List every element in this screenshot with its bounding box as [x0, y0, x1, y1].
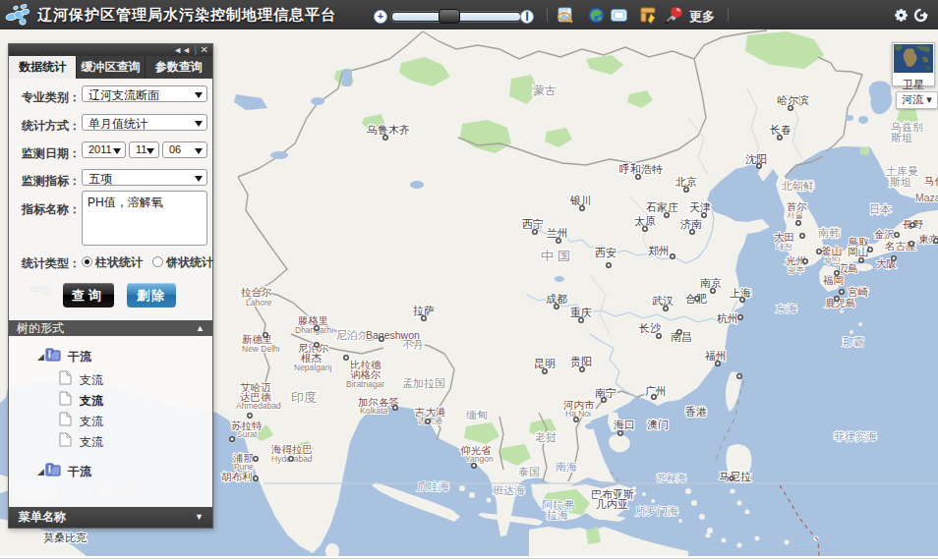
svg-text:南韩: 南韩 — [818, 227, 840, 239]
svg-text:香港: 香港 — [685, 406, 707, 418]
svg-text:长沙: 长沙 — [638, 322, 662, 334]
svg-text:부산: 부산 — [824, 255, 842, 265]
svg-text:광주: 광주 — [788, 265, 804, 275]
svg-text:北京: 北京 — [674, 176, 697, 188]
svg-text:银川: 银川 — [569, 195, 592, 206]
svg-text:Nepalganj: Nepalganj — [294, 363, 331, 372]
svg-text:尼泊尔: 尼泊尔 — [336, 329, 369, 341]
svg-text:杭州: 杭州 — [716, 312, 738, 324]
svg-text:济南: 济南 — [680, 218, 702, 230]
svg-text:太原: 太原 — [634, 215, 656, 227]
svg-text:海口: 海口 — [614, 419, 635, 430]
svg-text:西宁: 西宁 — [522, 218, 544, 230]
svg-text:印度: 印度 — [291, 390, 317, 405]
svg-text:南宁: 南宁 — [595, 387, 616, 399]
svg-text:长春: 长春 — [769, 124, 791, 136]
svg-text:Surat: Surat — [237, 429, 258, 439]
svg-text:福岡: 福岡 — [823, 274, 844, 286]
svg-text:孟加拉国: 孟加拉国 — [402, 377, 445, 389]
svg-text:拉萨: 拉萨 — [413, 305, 435, 316]
svg-text:苏禄海: 苏禄海 — [656, 473, 686, 483]
svg-text:中国: 中国 — [541, 249, 574, 263]
svg-text:胡布利: 胡布利 — [221, 471, 253, 482]
svg-text:那霸: 那霸 — [843, 336, 864, 348]
svg-text:北朝鲜: 北朝鲜 — [781, 180, 814, 192]
svg-text:서울: 서울 — [787, 210, 803, 220]
svg-text:Ha Noi: Ha Noi — [565, 409, 591, 419]
svg-text:几内亚: 几内亚 — [596, 498, 628, 510]
svg-text:Yangon: Yangon — [465, 454, 494, 464]
svg-text:Pune: Pune — [234, 462, 254, 472]
svg-text:澳门: 澳门 — [647, 419, 669, 430]
svg-text:石家庄: 石家庄 — [646, 201, 678, 213]
svg-text:Biratnagar: Biratnagar — [346, 379, 384, 389]
svg-text:郑州: 郑州 — [648, 245, 670, 256]
svg-text:沈阳: 沈阳 — [745, 153, 767, 165]
svg-text:泰国: 泰国 — [518, 466, 540, 477]
svg-text:Kolkata: Kolkata — [360, 406, 388, 416]
svg-text:天津: 天津 — [689, 201, 711, 213]
svg-text:拉海: 拉海 — [547, 509, 568, 521]
svg-text:爪哇海: 爪哇海 — [417, 480, 449, 492]
svg-text:武汉: 武汉 — [652, 295, 674, 307]
svg-text:菲律宾海: 菲律宾海 — [834, 430, 877, 442]
svg-text:金沢: 金沢 — [874, 228, 896, 240]
svg-text:上海: 上海 — [730, 287, 751, 299]
svg-text:东海: 东海 — [776, 303, 797, 314]
svg-text:蒙古: 蒙古 — [533, 84, 557, 97]
svg-text:成都: 成都 — [546, 293, 567, 305]
svg-text:南京: 南京 — [700, 277, 722, 289]
svg-text:福州: 福州 — [705, 350, 727, 362]
svg-text:西安: 西安 — [595, 247, 616, 258]
svg-text:贵阳: 贵阳 — [570, 356, 592, 367]
svg-text:马什: 马什 — [924, 175, 938, 187]
svg-text:日本: 日本 — [869, 203, 891, 215]
svg-text:Ahmedabad: Ahmedabad — [236, 401, 281, 411]
svg-text:南海: 南海 — [556, 461, 577, 473]
svg-text:所罗门海: 所罗门海 — [635, 505, 678, 517]
svg-text:Maza: Maza — [915, 192, 938, 203]
svg-text:乌鲁木齐: 乌鲁木齐 — [366, 124, 410, 136]
svg-text:呼和浩特: 呼和浩特 — [619, 163, 663, 175]
svg-text:斯坦: 斯坦 — [890, 132, 912, 143]
svg-text:马尼拉: 马尼拉 — [719, 471, 751, 482]
svg-text:缅甸: 缅甸 — [466, 409, 488, 420]
svg-text:兰州: 兰州 — [547, 227, 568, 239]
svg-text:斯坦: 斯坦 — [889, 176, 911, 188]
svg-text:대전: 대전 — [776, 242, 792, 252]
svg-text:班达海: 班达海 — [493, 484, 525, 496]
svg-text:広島: 広島 — [838, 262, 858, 274]
svg-text:Bageshwon: Bageshwon — [366, 329, 420, 341]
svg-text:鹿児島: 鹿児島 — [825, 297, 856, 308]
svg-text:老挝: 老挝 — [535, 431, 557, 443]
svg-text:拉合尔: 拉合尔 — [241, 286, 272, 298]
svg-text:昆明: 昆明 — [534, 358, 556, 369]
svg-text:莫桑比克: 莫桑比克 — [43, 532, 87, 543]
svg-text:New Delhi: New Delhi — [242, 344, 280, 354]
svg-text:Lahore: Lahore — [246, 298, 272, 308]
svg-text:岡山: 岡山 — [848, 246, 868, 257]
svg-text:重庆: 重庆 — [570, 307, 592, 318]
svg-text:哈尔滨: 哈尔滨 — [777, 94, 809, 106]
